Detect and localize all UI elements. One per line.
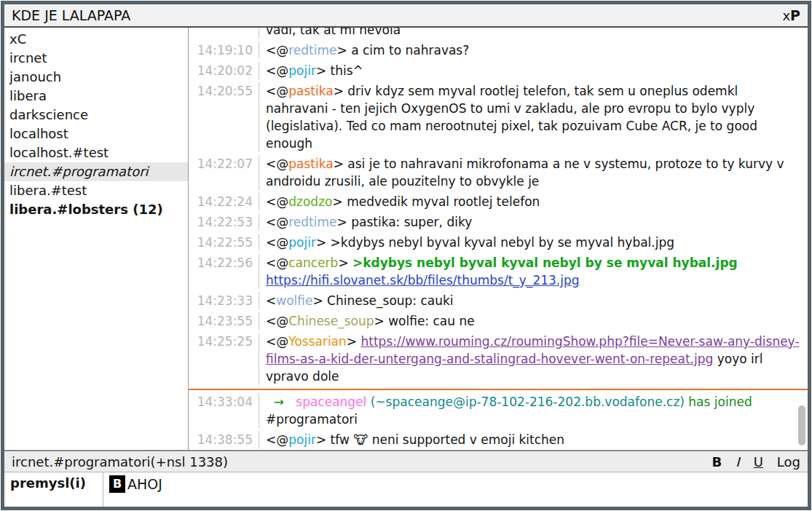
message-row: 14:23:55<@Chinese_soup> wolfie: cau ne bbox=[189, 312, 808, 330]
sidebar-buffer-ircnet[interactable]: ircnet bbox=[4, 49, 188, 68]
buffer-list: xCircnetjanouchliberadarksciencelocalhos… bbox=[4, 28, 189, 450]
message-text-segment: > this^ bbox=[316, 63, 363, 78]
message-content: <@Chinese_soup> wolfie: cau ne bbox=[259, 312, 808, 330]
message-timestamp bbox=[189, 28, 259, 39]
nick-redtime: redtime bbox=[288, 43, 336, 58]
message-timestamp: 14:25:25 bbox=[189, 333, 259, 385]
message-row: 14:25:25<@Yossarian> https://www.rouming… bbox=[189, 333, 808, 385]
message-row: 14:23:33<wolfie> Chinese_soup: cauki bbox=[189, 292, 808, 309]
message-text-segment bbox=[738, 256, 741, 270]
bold-format-button[interactable]: B bbox=[712, 454, 722, 470]
italic-format-button[interactable]: I bbox=[736, 454, 739, 470]
sidebar-buffer-localhost-#test[interactable]: localhost.#test bbox=[4, 143, 188, 162]
message-timestamp: 14:22:56 bbox=[189, 254, 259, 289]
message-text-segment: <@ bbox=[266, 334, 288, 349]
message-row: 14:22:55<@pojir> >kdybys nebyl byval kyv… bbox=[189, 234, 808, 251]
message-text-segment: <@ bbox=[266, 256, 288, 270]
message-input[interactable]: B AHOJ bbox=[103, 472, 808, 507]
message-timestamp: 14:20:02 bbox=[189, 62, 259, 79]
message-row: 14:20:55<@pastika> driv kdyz sem myval r… bbox=[189, 82, 808, 152]
nick-cancerb: cancerb bbox=[288, 256, 338, 270]
message-content: <@pastika> driv kdyz sem myval rootlej t… bbox=[259, 82, 808, 152]
message-timestamp: 14:22:07 bbox=[189, 155, 259, 190]
message-content: <wolfie> Chinese_soup: cauki bbox=[259, 292, 808, 309]
message-timestamp: 14:22:24 bbox=[189, 193, 259, 210]
message-text-segment: > a cim to nahravas? bbox=[337, 43, 470, 58]
message-timestamp: 14:38:55 bbox=[189, 431, 259, 448]
message-text-segment: > bbox=[347, 334, 361, 349]
message-row: 14:33:04 → spaceangel (~spaceange@ip-78-… bbox=[189, 393, 808, 428]
message-row: vadi, tak at mi nevola bbox=[189, 28, 808, 39]
message-content: <@pojir> tfw 🐮 neni supported v emoji ki… bbox=[259, 431, 808, 448]
message-text-segment: > pastika: super, diky bbox=[337, 215, 473, 229]
message-text-segment: > tfw 🐮 neni supported v emoji kitchen bbox=[316, 432, 564, 447]
message-content: <@dzodzo> medvedik myval rootlej telefon bbox=[259, 193, 808, 210]
message-text-segment: (~spaceange@ip-78-102-216-202.bb.vodafon… bbox=[371, 395, 685, 409]
message-text-segment: <@ bbox=[266, 194, 288, 209]
nick-wolfie: wolfie bbox=[276, 293, 312, 308]
nick-pastika: pastika bbox=[288, 84, 333, 98]
message-content: <@pojir> this^ bbox=[259, 62, 808, 79]
message-row: 14:20:02<@pojir> this^ bbox=[189, 62, 808, 79]
sidebar-buffer-darkscience[interactable]: darkscience bbox=[4, 106, 188, 124]
scrollbar-thumb[interactable] bbox=[798, 405, 805, 445]
sidebar-buffer-libera-#test[interactable]: libera.#test bbox=[4, 181, 188, 200]
nick-dzodzo: dzodzo bbox=[288, 194, 332, 209]
message-row: 14:22:07<@pastika> asi je to nahravani m… bbox=[189, 155, 808, 190]
message-list: vadi, tak at mi nevola14:19:10<@redtime>… bbox=[189, 28, 808, 450]
message-text-segment: > medvedik myval rootlej telefon bbox=[332, 194, 540, 209]
sidebar-buffer-localhost[interactable]: localhost bbox=[4, 124, 188, 143]
message-text-segment: <@ bbox=[266, 157, 288, 171]
message-text-segment: vadi, tak at mi nevola bbox=[266, 28, 401, 37]
page-title: KDE JE LALAPAPA bbox=[12, 7, 130, 23]
sidebar-buffer-xc[interactable]: xC bbox=[4, 30, 188, 49]
sidebar-buffer-janouch[interactable]: janouch bbox=[4, 68, 188, 87]
message-content: <@redtime> a cim to nahravas? bbox=[259, 41, 808, 59]
message-content: <@cancerb> >kdybys nebyl byval kyval neb… bbox=[259, 254, 808, 289]
message-text-segment: < bbox=[266, 293, 276, 308]
message-text-segment: <@ bbox=[266, 43, 288, 58]
sidebar-buffer-ircnet-#programatori[interactable]: ircnet.#programatori bbox=[4, 162, 188, 181]
sidebar-buffer-libera[interactable]: libera bbox=[4, 87, 188, 106]
underline-format-button[interactable]: U bbox=[754, 454, 763, 470]
nick-redtime: redtime bbox=[288, 215, 336, 229]
sidebar-buffer-libera-#lobsters-12-[interactable]: libera.#lobsters (12) bbox=[4, 200, 188, 219]
nick-pojir: pojir bbox=[288, 432, 316, 447]
message-text-segment: > asi je to nahravani mikrofonama a ne v… bbox=[266, 157, 788, 189]
message-text-segment: > bbox=[338, 256, 352, 270]
message-link[interactable]: https://hifi.slovanet.sk/bb/files/thumbs… bbox=[266, 273, 580, 288]
nick-spaceangel: spaceangel bbox=[296, 395, 366, 409]
window-control-x[interactable]: x bbox=[782, 8, 790, 23]
message-content: <@pojir> >kdybys nebyl byval kyval nebyl… bbox=[259, 234, 808, 251]
title-bar: KDE JE LALAPAPA xP bbox=[4, 4, 808, 28]
window-controls[interactable]: xP bbox=[782, 7, 800, 23]
input-row: premysl(i) B AHOJ bbox=[4, 472, 808, 507]
unread-marker-line bbox=[189, 389, 808, 390]
join-arrow-icon: → bbox=[266, 395, 296, 409]
message-content: <@pastika> asi je to nahravani mikrofona… bbox=[259, 155, 808, 190]
message-text-segment: <@ bbox=[266, 432, 288, 447]
channel-topic: ircnet.#programatori(+nsl 1338) bbox=[12, 454, 228, 470]
message-timestamp: 14:22:55 bbox=[189, 234, 259, 251]
message-timestamp: 14:33:04 bbox=[189, 393, 259, 428]
message-text-segment: <@ bbox=[266, 63, 288, 78]
message-content: <@Yossarian> https://www.rouming.cz/roum… bbox=[259, 333, 808, 385]
message-timestamp: 14:23:55 bbox=[189, 312, 259, 330]
nick-yossarian: Yossarian bbox=[288, 334, 347, 349]
message-content: → spaceangel (~spaceange@ip-78-102-216-2… bbox=[259, 393, 808, 428]
message-timestamp: 14:20:55 bbox=[189, 82, 259, 152]
nick-pojir: pojir bbox=[288, 235, 316, 250]
message-content: <@redtime> pastika: super, diky bbox=[259, 213, 808, 231]
message-content: vadi, tak at mi nevola bbox=[259, 28, 808, 39]
log-button[interactable]: Log bbox=[777, 454, 800, 470]
message-row: 14:22:53<@redtime> pastika: super, diky bbox=[189, 213, 808, 231]
message-timestamp: 14:23:33 bbox=[189, 292, 259, 309]
message-timestamp: 14:19:10 bbox=[189, 41, 259, 59]
message-input-value: AHOJ bbox=[127, 475, 162, 494]
window-control-p[interactable]: P bbox=[790, 7, 800, 23]
message-text-segment: has joined bbox=[688, 395, 752, 409]
message-text-segment: > driv kdyz sem myval rootlej telefon, t… bbox=[266, 84, 761, 151]
message-text-segment: <@ bbox=[266, 235, 288, 250]
message-text-segment: > >kdybys nebyl byval kyval nebyl by se … bbox=[316, 235, 674, 250]
nick-pojir: pojir bbox=[288, 63, 316, 78]
